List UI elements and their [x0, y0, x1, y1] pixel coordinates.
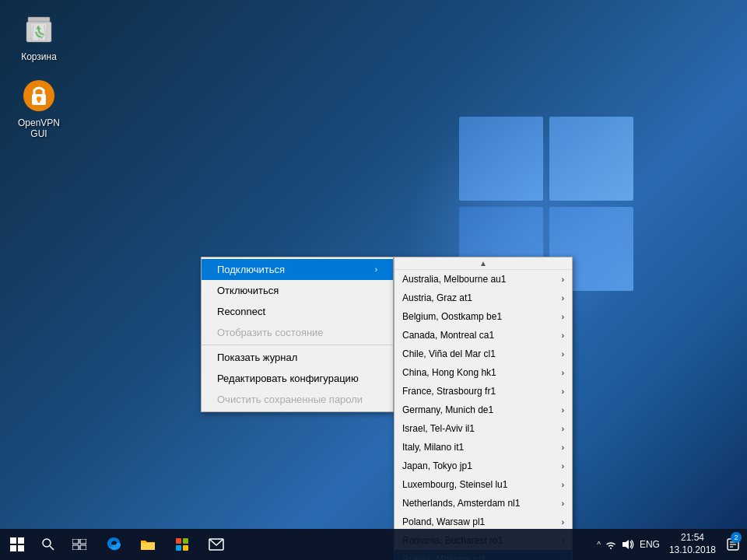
submenu-item-at1[interactable]: Austria, Graz at1› — [395, 289, 572, 307]
submenu-arrow: › — [562, 275, 564, 284]
svg-rect-14 — [72, 545, 79, 550]
submenu-arrow: › — [562, 331, 564, 340]
submenu-item-fr1[interactable]: France, Strasbourg fr1› — [395, 382, 572, 401]
trash-icon-label: Корзина — [21, 51, 57, 62]
task-view-button[interactable] — [62, 529, 96, 560]
context-item-status: Отобразить состояние — [202, 322, 393, 343]
context-item-reconnect[interactable]: Reconnect — [202, 301, 393, 322]
submenu-arrow: › — [562, 425, 564, 433]
submenu-item-il1[interactable]: Israel, Tel-Aviv il1› — [395, 419, 572, 438]
submenu-arrow: › — [562, 481, 564, 489]
store-button[interactable] — [165, 529, 199, 560]
svg-rect-20 — [183, 545, 188, 551]
file-explorer-button[interactable] — [131, 529, 165, 560]
openvpn-icon — [20, 77, 58, 114]
submenu-item-it1[interactable]: Italy, Milano it1› — [395, 438, 572, 457]
start-button[interactable] — [0, 529, 34, 560]
context-item-disconnect[interactable]: Отключиться — [202, 280, 393, 301]
edge-browser-button[interactable] — [96, 529, 131, 560]
context-separator-1 — [202, 345, 393, 345]
context-item-edit[interactable]: Редактировать конфигурацию — [202, 368, 393, 389]
submenu-item-nl1[interactable]: Netherlands, Amsterdam nl1› — [395, 494, 572, 513]
context-item-clear: Очистить сохраненные пароли — [202, 389, 393, 410]
submenu-item-de1[interactable]: Germany, Munich de1› — [395, 401, 572, 419]
file-explorer-icon — [140, 537, 156, 551]
tray-volume-icon[interactable] — [619, 529, 637, 560]
context-menu: Подключиться › Отключиться Reconnect Ото… — [201, 257, 394, 412]
taskbar-clock[interactable]: 21:54 13.10.2018 — [663, 529, 722, 560]
edge-icon — [106, 537, 121, 552]
svg-point-10 — [43, 539, 51, 547]
submenu-arrow: › — [562, 443, 564, 452]
taskbar-search-button[interactable] — [34, 529, 62, 560]
store-icon — [174, 537, 190, 552]
notification-center-button[interactable]: 2 — [722, 529, 744, 560]
taskbar: ^ ENG 21:54 13.10.2018 — [0, 529, 747, 560]
submenu-arrow: › — [562, 294, 564, 303]
submenu-arrow: › — [562, 406, 564, 415]
submenu-item-jp1[interactable]: Japan, Tokyo jp1› — [395, 457, 572, 475]
start-icon — [10, 537, 24, 551]
system-tray: ^ ENG 21:54 13.10.2018 — [592, 529, 747, 560]
submenu-item-ca1[interactable]: Canada, Montreal ca1› — [395, 326, 572, 345]
svg-rect-15 — [80, 545, 86, 550]
connect-arrow: › — [375, 265, 377, 274]
server-submenu: ▲ Australia, Melbourne au1›Austria, Graz… — [394, 257, 573, 560]
svg-rect-17 — [176, 538, 181, 544]
svg-marker-22 — [622, 540, 629, 549]
tray-network-icon[interactable] — [602, 529, 619, 560]
openvpn-icon-label: OpenVPN GUI — [11, 117, 67, 140]
svg-rect-12 — [72, 539, 79, 544]
submenu-arrow: › — [562, 313, 564, 321]
submenu-item-au1[interactable]: Australia, Melbourne au1› — [395, 270, 572, 289]
notification-badge: 2 — [731, 532, 742, 543]
task-view-icon — [72, 539, 86, 550]
svg-rect-19 — [176, 545, 181, 551]
svg-rect-9 — [38, 99, 40, 103]
svg-rect-0 — [28, 17, 50, 22]
submenu-arrow: › — [562, 462, 564, 471]
trash-icon — [20, 11, 58, 48]
submenu-arrow: › — [562, 387, 564, 396]
mail-button[interactable] — [199, 529, 233, 560]
context-item-log[interactable]: Показать журнал — [202, 347, 393, 368]
tray-expand-button[interactable]: ^ — [595, 541, 602, 549]
submenu-items-container: Australia, Melbourne au1›Austria, Graz a… — [395, 270, 572, 560]
context-item-connect[interactable]: Подключиться › — [202, 259, 393, 280]
submenu-item-cl1[interactable]: Chile, Viña del Mar cl1› — [395, 345, 572, 363]
svg-rect-16 — [141, 543, 155, 550]
search-icon — [42, 538, 54, 551]
tray-language-indicator[interactable]: ENG — [637, 529, 663, 560]
submenu-item-lu1[interactable]: Luxembourg, Steinsel lu1› — [395, 475, 572, 494]
desktop: Корзина OpenVPN GUI Подключиться › Отклю… — [0, 0, 747, 529]
svg-rect-13 — [80, 539, 86, 544]
network-icon — [605, 539, 617, 550]
submenu-arrow: › — [562, 499, 564, 508]
svg-rect-18 — [183, 538, 188, 544]
submenu-arrow: › — [562, 369, 564, 377]
mail-icon — [209, 538, 224, 551]
submenu-item-be1[interactable]: Belgium, Oostkamp be1› — [395, 307, 572, 326]
svg-line-11 — [50, 546, 54, 550]
submenu-arrow: › — [562, 518, 564, 527]
submenu-scroll-up[interactable]: ▲ — [395, 257, 572, 270]
submenu-item-hk1[interactable]: China, Hong Kong hk1› — [395, 363, 572, 382]
desktop-icon-openvpn[interactable]: OpenVPN GUI — [8, 74, 70, 143]
submenu-arrow: › — [562, 350, 564, 359]
volume-icon — [622, 539, 634, 550]
desktop-icon-trash[interactable]: Корзина — [8, 8, 70, 65]
